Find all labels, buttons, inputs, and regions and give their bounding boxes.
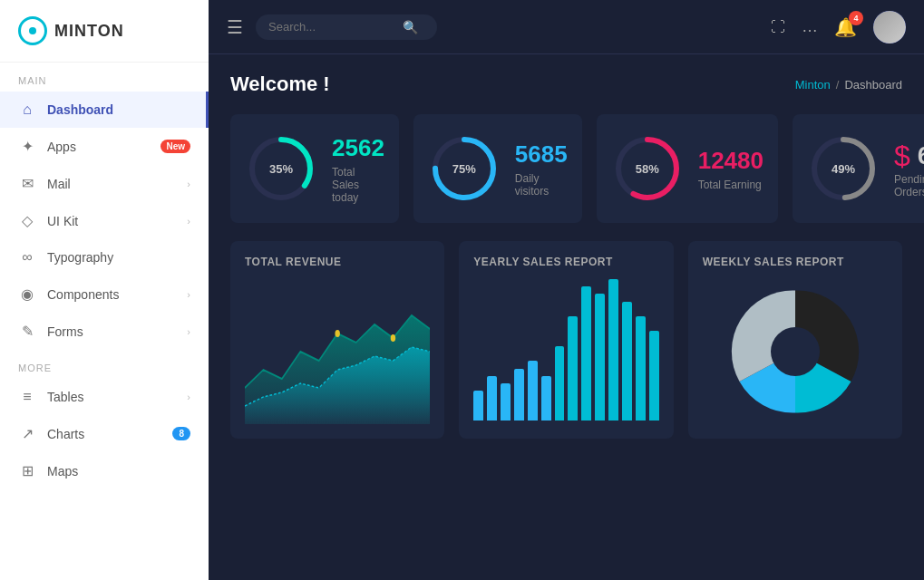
donut-pending-orders: 49% [807,132,880,205]
tables-chevron-icon: › [187,392,190,402]
components-chevron-icon: › [187,289,190,300]
sidebar-item-maps[interactable]: ⊞Maps [0,452,209,489]
apps-icon: ✦ [18,138,36,155]
bar-8 [581,286,591,420]
stat-info-total-earning: 12480 Total Earning [698,147,764,191]
bar-7 [568,316,578,420]
logo-text: MINTON [54,22,124,41]
bar-4 [528,361,538,420]
revenue-chart-title: TOTAL REVENUE [245,256,430,268]
sidebar-nav: Main⌂Dashboard✦AppsNew✉Mail›◇UI Kit›∞Typ… [0,63,209,489]
sidebar-item-label-apps: Apps [47,140,150,154]
bar-3 [514,369,524,420]
stat-card-total-sales: 35% 2562 Total Sales today [230,114,399,223]
dollar-icon: $ [894,140,910,173]
sidebar-item-label-uikit: UI Kit [47,214,176,228]
avatar-image [873,11,906,44]
tables-icon: ≡ [18,389,36,405]
stat-value-total-sales: 2562 [332,134,384,162]
search-box: 🔍 [256,14,437,40]
components-icon: ◉ [18,285,36,303]
sidebar-item-label-mail: Mail [47,177,176,191]
charts-icon: ↗ [18,425,36,442]
avatar[interactable] [873,11,906,44]
notification-icon[interactable]: 🔔 4 [834,16,857,38]
sidebar-item-uikit[interactable]: ◇UI Kit› [0,202,209,239]
bar-0 [473,391,483,420]
revenue-chart-card: TOTAL REVENUE [230,241,444,439]
yearly-chart [473,279,658,424]
apps-badge: New [160,140,190,153]
sidebar-item-typography[interactable]: ∞Typography [0,239,209,276]
forms-icon: ✎ [18,323,36,340]
sidebar-item-label-typography: Typography [47,250,190,265]
sidebar-item-label-components: Components [47,287,176,302]
sidebar-item-label-tables: Tables [47,390,176,404]
sidebar-item-forms[interactable]: ✎Forms› [0,313,209,350]
weekly-chart [703,279,888,424]
stat-card-daily-visitors: 75% 5685 Daily visitors [413,114,582,223]
bar-1 [487,376,497,420]
breadcrumb-separator: / [836,78,840,92]
mail-chevron-icon: › [187,179,190,189]
notification-badge: 4 [849,11,863,25]
bar-11 [622,302,632,420]
stat-value-total-earning: 12480 [698,147,764,175]
pie-center-hole [771,327,820,376]
bar-9 [595,294,605,420]
stat-label-total-earning: Total Earning [698,179,764,191]
more-options-icon[interactable]: … [802,17,818,36]
sidebar-item-dashboard[interactable]: ⌂Dashboard [0,92,209,128]
stat-label-daily-visitors: Daily visitors [515,172,568,198]
breadcrumb-current: Dashboard [844,78,902,92]
dashboard-icon: ⌂ [18,102,36,118]
stat-value-daily-visitors: 5685 [515,140,568,169]
stat-info-total-sales: 2562 Total Sales today [332,134,384,204]
topbar: ☰ 🔍 ⛶ … 🔔 4 [209,0,924,54]
bar-13 [649,331,659,420]
donut-pct-pending-orders: 49% [832,162,855,176]
page-header: Welcome ! Minton / Dashboard [230,72,902,96]
sidebar-item-charts[interactable]: ↗Charts8 [0,415,209,452]
typography-icon: ∞ [18,249,36,266]
donut-pct-daily-visitors: 75% [452,162,476,176]
search-icon: 🔍 [403,20,418,34]
donut-daily-visitors: 75% [428,132,501,205]
stat-card-pending-orders: 49% $ 62 Pending Orders [793,114,924,223]
stat-info-daily-visitors: 5685 Daily visitors [515,140,568,198]
donut-total-earning: 58% [611,132,684,205]
breadcrumb: Minton / Dashboard [795,78,902,92]
donut-pct-total-earning: 58% [636,162,659,176]
sidebar-section-label: Main [0,63,209,92]
sidebar-item-mail[interactable]: ✉Mail› [0,165,209,202]
fullscreen-icon[interactable]: ⛶ [771,19,785,35]
search-input[interactable] [268,20,395,34]
page-title: Welcome ! [230,72,330,96]
yearly-chart-card: YEARLY SALES REPORT [459,241,673,439]
uikit-icon: ◇ [18,212,36,229]
content-area: Welcome ! Minton / Dashboard 35% 2562 To… [209,54,924,580]
sidebar-section-label: More [0,350,209,379]
stat-label-total-sales: Total Sales today [332,166,384,204]
bar-6 [555,346,565,420]
sidebar-item-label-forms: Forms [47,324,176,339]
mail-icon: ✉ [18,175,36,192]
bar-5 [541,376,551,420]
charts-badge: 8 [172,427,190,440]
bar-12 [636,316,646,420]
stat-info-pending-orders: $ 62 Pending Orders [894,140,924,198]
pie-chart-svg [727,284,863,420]
area-chart-dot2 [391,334,395,342]
sidebar-item-tables[interactable]: ≡Tables› [0,379,209,415]
sidebar-item-apps[interactable]: ✦AppsNew [0,128,209,165]
topbar-actions: ⛶ … 🔔 4 [771,11,906,44]
stats-row: 35% 2562 Total Sales today 75% 5685 Dail… [230,114,902,223]
sidebar-item-label-dashboard: Dashboard [47,102,188,117]
hamburger-icon[interactable]: ☰ [227,16,243,38]
weekly-chart-card: WEEKLY SALES REPORT [688,241,902,439]
stat-value-row: $ 62 [894,140,924,173]
logo-icon [18,16,47,45]
main-content: ☰ 🔍 ⛶ … 🔔 4 Welcome ! Minton / Dashboard [209,0,924,580]
breadcrumb-link[interactable]: Minton [795,78,831,92]
sidebar-item-components[interactable]: ◉Components› [0,276,209,313]
